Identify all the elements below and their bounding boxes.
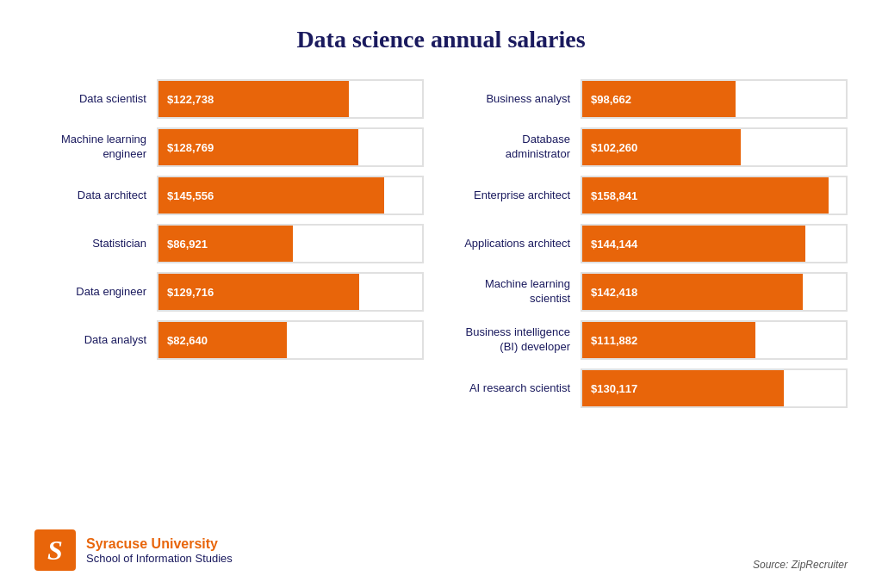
bar-value: $128,769 bbox=[167, 141, 214, 154]
bar-label: Machine learning scientist bbox=[458, 277, 570, 306]
bar-label: Business intelligence (BI) developer bbox=[458, 325, 570, 355]
bar-label: AI research scientist bbox=[458, 381, 570, 396]
bar-label: Data scientist bbox=[34, 92, 146, 107]
bar-value: $129,716 bbox=[167, 286, 214, 299]
source-label: Source: ZipRecruiter bbox=[753, 559, 848, 571]
bar-label: Business analyst bbox=[458, 92, 570, 107]
bar-label: Applications architect bbox=[458, 237, 570, 251]
bar-row: Machine learning engineer$128,769 bbox=[34, 127, 424, 167]
bar-value: $130,117 bbox=[591, 382, 637, 395]
logo-text: Syracuse University School of Informatio… bbox=[86, 536, 233, 565]
bar-wrapper: $158,841 bbox=[581, 176, 848, 215]
bar-row: Enterprise architect$158,841 bbox=[458, 176, 848, 215]
left-column: Data scientist$122,738Machine learning e… bbox=[34, 79, 424, 517]
bar-value: $142,418 bbox=[591, 286, 637, 299]
logo: S Syracuse University School of Informat… bbox=[34, 529, 233, 571]
bar-label: Database administrator bbox=[458, 133, 570, 162]
bar-fill: $82,640 bbox=[158, 322, 287, 358]
bar-row: Data scientist$122,738 bbox=[34, 79, 424, 119]
bar-row: Machine learning scientist$142,418 bbox=[458, 272, 848, 312]
bar-fill: $86,921 bbox=[158, 226, 293, 262]
bar-fill: $130,117 bbox=[582, 370, 784, 406]
bar-row: Data analyst$82,640 bbox=[34, 320, 424, 360]
bar-fill: $122,738 bbox=[158, 81, 349, 117]
bar-wrapper: $111,882 bbox=[581, 320, 848, 360]
bar-value: $86,921 bbox=[167, 238, 208, 251]
bar-row: Applications architect$144,144 bbox=[458, 224, 848, 263]
bar-value: $145,556 bbox=[167, 189, 214, 202]
bar-wrapper: $128,769 bbox=[157, 127, 424, 167]
footer: S Syracuse University School of Informat… bbox=[34, 529, 848, 571]
right-column: Business analyst$98,662Database administ… bbox=[458, 79, 848, 517]
bar-fill: $128,769 bbox=[158, 129, 358, 165]
bar-wrapper: $82,640 bbox=[157, 320, 424, 360]
university-name: Syracuse University bbox=[86, 536, 233, 552]
bar-row: Data architect$145,556 bbox=[34, 176, 424, 215]
bar-row: Business intelligence (BI) developer$111… bbox=[458, 320, 848, 360]
bar-value: $102,260 bbox=[591, 141, 637, 154]
bar-fill: $144,144 bbox=[582, 226, 805, 262]
bar-fill: $102,260 bbox=[582, 129, 741, 165]
bar-wrapper: $86,921 bbox=[157, 224, 424, 263]
bar-value: $158,841 bbox=[591, 189, 637, 202]
bar-label: Statistician bbox=[34, 237, 146, 251]
bar-row: AI research scientist$130,117 bbox=[458, 368, 848, 408]
bar-wrapper: $98,662 bbox=[581, 79, 848, 119]
bar-label: Machine learning engineer bbox=[34, 133, 146, 162]
logo-icon: S bbox=[34, 529, 76, 571]
bar-fill: $158,841 bbox=[582, 177, 829, 214]
bar-value: $82,640 bbox=[167, 334, 208, 347]
chart-title: Data science annual salaries bbox=[296, 26, 585, 53]
bar-row: Database administrator$102,260 bbox=[458, 127, 848, 167]
bar-fill: $142,418 bbox=[582, 274, 803, 310]
school-name: School of Information Studies bbox=[86, 552, 233, 565]
bar-value: $111,882 bbox=[591, 334, 637, 347]
bar-value: $144,144 bbox=[591, 238, 637, 251]
bar-wrapper: $130,117 bbox=[581, 368, 848, 408]
bar-row: Business analyst$98,662 bbox=[458, 79, 848, 119]
bar-fill: $129,716 bbox=[158, 274, 359, 310]
bar-label: Data analyst bbox=[34, 333, 146, 348]
bar-label: Data engineer bbox=[34, 285, 146, 300]
chart-container: Data scientist$122,738Machine learning e… bbox=[34, 79, 848, 517]
bar-wrapper: $102,260 bbox=[581, 127, 848, 167]
bar-fill: $111,882 bbox=[582, 322, 755, 358]
bar-fill: $98,662 bbox=[582, 81, 736, 117]
bar-row: Statistician$86,921 bbox=[34, 224, 424, 263]
bar-label: Enterprise architect bbox=[458, 189, 570, 203]
bar-value: $98,662 bbox=[591, 93, 631, 106]
bar-wrapper: $122,738 bbox=[157, 79, 424, 119]
bar-fill: $145,556 bbox=[158, 177, 384, 214]
bar-wrapper: $144,144 bbox=[581, 224, 848, 263]
bar-wrapper: $129,716 bbox=[157, 272, 424, 312]
bar-value: $122,738 bbox=[167, 93, 214, 106]
bar-row: Data engineer$129,716 bbox=[34, 272, 424, 312]
bar-wrapper: $145,556 bbox=[157, 176, 424, 215]
bar-wrapper: $142,418 bbox=[581, 272, 848, 312]
bar-label: Data architect bbox=[34, 189, 146, 203]
